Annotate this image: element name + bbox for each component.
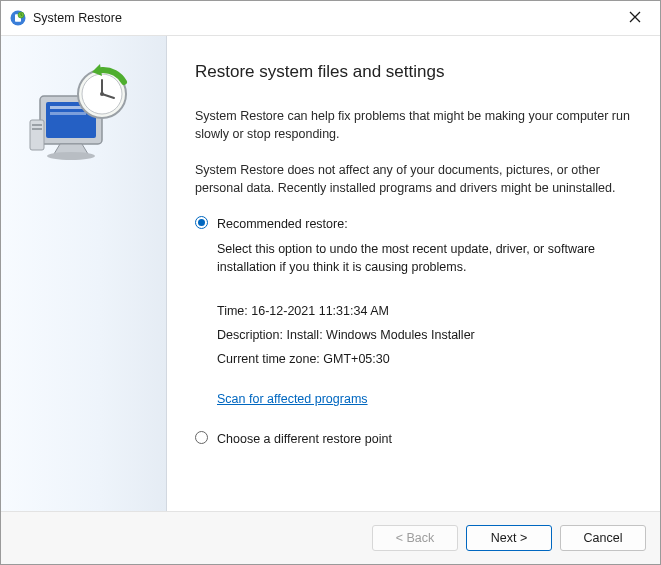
next-button[interactable]: Next > [466,525,552,551]
detail-time-label: Time: [217,304,248,318]
svg-rect-10 [32,128,42,130]
restore-point-details: Time: 16-12-2021 11:31:34 AM Description… [217,302,632,409]
radio-choose-different[interactable] [195,431,208,444]
scan-affected-programs-link[interactable]: Scan for affected programs [217,390,368,408]
footer-buttons: < Back Next > Cancel [1,512,660,564]
option-choose-different-label: Choose a different restore point [217,432,392,446]
detail-time: Time: 16-12-2021 11:31:34 AM [217,302,632,320]
intro-paragraph-1: System Restore can help fix problems tha… [195,107,632,143]
detail-time-value: 16-12-2021 11:31:34 AM [251,304,389,318]
svg-rect-9 [32,124,42,126]
svg-point-13 [100,92,104,96]
option-recommended-desc: Select this option to undo the most rece… [217,240,632,276]
detail-description: Description: Install: Windows Modules In… [217,326,632,344]
system-restore-icon [9,9,27,27]
body-area: Restore system files and settings System… [1,35,660,512]
option-choose-different[interactable]: Choose a different restore point [195,430,632,448]
system-restore-window: System Restore [0,0,661,565]
side-panel [1,36,167,511]
radio-recommended[interactable] [195,216,208,229]
detail-desc-label: Description: [217,328,283,342]
option-recommended-label: Recommended restore: [217,217,348,231]
content-area: Restore system files and settings System… [167,36,660,511]
page-title: Restore system files and settings [195,60,632,85]
svg-rect-6 [50,112,86,115]
titlebar: System Restore [1,1,660,35]
detail-tz-label: Current time zone: [217,352,320,366]
restore-illustration-icon [24,64,144,174]
cancel-button[interactable]: Cancel [560,525,646,551]
detail-tz-value: GMT+05:30 [323,352,389,366]
intro-paragraph-2: System Restore does not affect any of yo… [195,161,632,197]
detail-timezone: Current time zone: GMT+05:30 [217,350,632,368]
back-button: < Back [372,525,458,551]
close-icon [629,11,641,26]
window-title: System Restore [27,11,616,25]
close-button[interactable] [616,4,654,32]
detail-desc-value: Install: Windows Modules Installer [286,328,474,342]
option-recommended[interactable]: Recommended restore: Select this option … [195,215,632,408]
svg-point-7 [47,152,95,160]
